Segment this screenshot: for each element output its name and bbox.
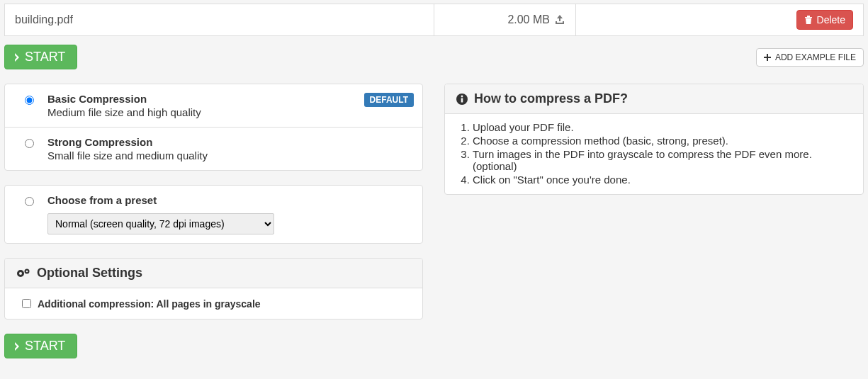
- add-example-label: ADD EXAMPLE FILE: [775, 52, 856, 62]
- svg-rect-1: [556, 21, 557, 23]
- upload-icon: [554, 14, 565, 26]
- action-row-top: START ADD EXAMPLE FILE: [4, 45, 864, 69]
- file-row: building.pdf 2.00 MB: [5, 4, 864, 36]
- plus-icon: [764, 54, 771, 61]
- preset-row[interactable]: Choose from a preset Normal (screen qual…: [5, 186, 422, 243]
- file-size: 2.00 MB: [507, 13, 550, 26]
- strong-desc: Small file size and medium quality: [47, 149, 414, 162]
- grayscale-label[interactable]: Additional compression: All pages in gra…: [38, 298, 261, 310]
- basic-strong-panel: Basic Compression Medium file size and h…: [4, 84, 423, 171]
- trash-icon: [804, 15, 813, 25]
- optional-heading: Optional Settings: [5, 259, 422, 288]
- basic-desc: Medium file size and high quality: [47, 106, 414, 118]
- info-icon: [456, 93, 468, 106]
- start-button-top[interactable]: START: [4, 45, 77, 69]
- chevron-right-icon: [13, 52, 21, 63]
- start-label-top: START: [25, 50, 65, 64]
- svg-rect-2: [563, 21, 564, 23]
- svg-rect-3: [805, 17, 812, 18]
- file-action-cell: Delete: [575, 4, 863, 36]
- gears-icon: [16, 267, 31, 280]
- svg-point-12: [461, 95, 463, 97]
- how-to-step: Click on "Start" once you're done.: [473, 174, 852, 186]
- how-to-list: Upload your PDF file. Choose a compressi…: [456, 121, 852, 186]
- how-to-panel: How to compress a PDF? Upload your PDF f…: [444, 84, 864, 195]
- delete-label: Delete: [817, 14, 845, 26]
- basic-compression-row[interactable]: Basic Compression Medium file size and h…: [5, 84, 422, 128]
- file-size-cell: 2.00 MB: [434, 4, 576, 36]
- file-name: building.pdf: [5, 4, 434, 36]
- how-to-heading: How to compress a PDF?: [445, 84, 863, 114]
- how-to-step: Upload your PDF file.: [473, 121, 852, 133]
- strong-radio[interactable]: [25, 139, 34, 148]
- how-to-step: Turn images in the PDF into grayscale to…: [473, 148, 852, 172]
- how-to-step: Choose a compression method (basic, stro…: [473, 135, 852, 147]
- svg-point-8: [19, 272, 22, 275]
- how-to-heading-text: How to compress a PDF?: [474, 91, 628, 106]
- svg-rect-6: [764, 57, 771, 58]
- file-table: building.pdf 2.00 MB: [4, 4, 864, 36]
- svg-rect-4: [807, 16, 810, 17]
- preset-title: Choose from a preset: [47, 194, 414, 206]
- optional-heading-text: Optional Settings: [37, 266, 142, 281]
- basic-radio[interactable]: [25, 96, 34, 105]
- start-label-bottom: START: [25, 339, 65, 353]
- svg-point-10: [26, 270, 28, 272]
- optional-settings-panel: Optional Settings Additional compression…: [4, 258, 423, 319]
- svg-rect-13: [461, 98, 463, 102]
- delete-button[interactable]: Delete: [796, 10, 853, 30]
- svg-rect-0: [556, 23, 564, 24]
- preset-panel: Choose from a preset Normal (screen qual…: [4, 185, 423, 244]
- basic-title: Basic Compression: [47, 93, 414, 105]
- add-example-button[interactable]: ADD EXAMPLE FILE: [756, 48, 864, 67]
- preset-radio[interactable]: [25, 197, 34, 206]
- preset-select[interactable]: Normal (screen quality, 72 dpi images): [47, 213, 274, 234]
- start-button-bottom[interactable]: START: [4, 334, 77, 358]
- grayscale-checkbox[interactable]: [22, 299, 31, 308]
- strong-compression-row[interactable]: Strong Compression Small file size and m…: [5, 128, 422, 170]
- strong-title: Strong Compression: [47, 136, 414, 148]
- default-badge: DEFAULT: [364, 93, 414, 107]
- chevron-right-icon: [13, 341, 21, 352]
